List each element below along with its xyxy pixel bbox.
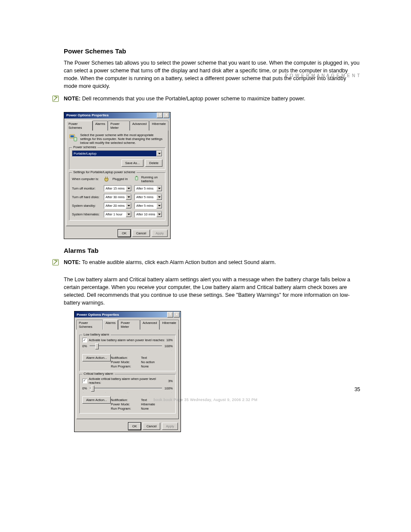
tabstrip: Power Schemes Alarms Power Meter Advance… xyxy=(64,118,170,130)
col-plugged-in: Plugged in xyxy=(104,176,132,183)
k-run: Run Program: xyxy=(111,364,137,368)
tab-power-schemes[interactable]: Power Schemes xyxy=(76,320,103,330)
titlebar[interactable]: Power Options Properties ? × xyxy=(75,311,181,317)
tab-power-meter[interactable]: Power Meter xyxy=(108,121,130,131)
chevron-down-icon[interactable] xyxy=(126,212,131,217)
chevron-down-icon[interactable] xyxy=(126,186,131,191)
help-button[interactable]: ? xyxy=(167,312,173,317)
note-alarms: NOTE: To enable audible alarms, click ea… xyxy=(52,258,360,268)
running-header: P O W E R M A N A G E M E N T xyxy=(285,73,360,78)
value: After 10 mins xyxy=(135,212,156,216)
low-alarm-checkbox[interactable] xyxy=(82,338,87,342)
crit-alarm-percent: 3% xyxy=(168,379,173,383)
group-low-battery: Low battery alarm Activate low battery a… xyxy=(79,335,176,371)
close-button[interactable]: × xyxy=(174,312,180,317)
battery-icon xyxy=(134,176,139,183)
chevron-down-icon[interactable] xyxy=(156,203,162,208)
svg-rect-2 xyxy=(70,135,74,137)
note-icon xyxy=(52,258,59,268)
note-icon xyxy=(52,95,59,104)
page-number: 35 xyxy=(0,386,411,392)
window-title: Power Options Properties xyxy=(75,313,167,317)
delete-button[interactable]: Delete xyxy=(145,159,162,167)
scheme-info-text: Select the power scheme with the most ap… xyxy=(80,133,165,145)
crit-alarm-checkbox[interactable] xyxy=(82,379,87,383)
tabpanel-power-schemes: Select the power scheme with the most ap… xyxy=(66,130,168,226)
help-button[interactable]: ? xyxy=(157,112,163,118)
save-as-button[interactable]: Save As... xyxy=(121,159,144,167)
scheme-select[interactable]: Portable/Laptop xyxy=(72,150,162,157)
crit-alarm-label: Activate critical battery alarm when pow… xyxy=(89,377,168,385)
col-battery-label: Running on batteries xyxy=(141,175,163,183)
standby-plugged-select[interactable]: After 20 mins xyxy=(104,202,132,209)
window-title: Power Options Properties xyxy=(65,113,157,117)
value: After 20 mins xyxy=(104,204,126,208)
monitor-battery-select[interactable]: After 5 mins xyxy=(134,185,162,192)
chevron-down-icon[interactable] xyxy=(156,186,162,191)
cancel-button[interactable]: Cancel xyxy=(143,423,160,430)
tab-alarms[interactable]: Alarms xyxy=(93,121,108,131)
col-plugged-label: Plugged in xyxy=(112,177,128,181)
tab-hibernate[interactable]: Hibernate xyxy=(159,320,179,330)
note-body: Dell recommends that you use the Portabl… xyxy=(82,96,305,102)
tab-power-meter[interactable]: Power Meter xyxy=(118,320,140,330)
close-button[interactable]: × xyxy=(163,112,169,118)
svg-rect-3 xyxy=(74,137,77,141)
value: After 15 mins xyxy=(104,187,126,190)
chevron-down-icon[interactable] xyxy=(156,212,162,217)
svg-rect-5 xyxy=(136,176,137,176)
note-power-schemes: NOTE: Dell recommends that you use the P… xyxy=(52,95,360,104)
chevron-down-icon[interactable] xyxy=(156,194,162,200)
heading-alarms-tab: Alarms Tab xyxy=(64,247,360,254)
label-monitor: Turn off monitor: xyxy=(72,187,101,190)
standby-battery-select[interactable]: After 5 mins xyxy=(134,202,162,209)
chevron-down-icon[interactable] xyxy=(126,203,131,208)
group-legend-settings: Settings for Portable/Laptop power schem… xyxy=(72,170,137,174)
low-alarm-percent: 10% xyxy=(166,338,173,342)
group-scheme-settings: Settings for Portable/Laptop power schem… xyxy=(69,172,165,221)
v-power: No action xyxy=(141,360,173,364)
hdd-battery-select[interactable]: After 5 mins xyxy=(134,194,162,200)
k-power: Power Mode: xyxy=(111,402,137,406)
cancel-button[interactable]: Cancel xyxy=(132,230,150,237)
plug-icon xyxy=(104,176,111,183)
hdd-plugged-select[interactable]: After 30 mins xyxy=(104,194,132,200)
ok-button[interactable]: OK xyxy=(128,423,141,430)
label-hdd: Turn off hard disks: xyxy=(72,195,101,199)
tab-advanced[interactable]: Advanced xyxy=(130,121,149,131)
book-footer: book.book Page 35 Wednesday, August 9, 2… xyxy=(0,398,411,402)
value: After 1 hour xyxy=(104,212,126,216)
label-hibernate: System hibernates: xyxy=(72,212,101,216)
svg-rect-4 xyxy=(135,177,138,180)
low-alarm-slider[interactable] xyxy=(90,345,162,347)
monitor-plugged-select[interactable]: After 15 mins xyxy=(104,185,132,192)
paragraph-alarms: The Low battery alarm and Critical batte… xyxy=(64,276,360,307)
hibernate-plugged-select[interactable]: After 1 hour xyxy=(104,211,132,218)
dialog-power-options-schemes: Power Options Properties ? × Power Schem… xyxy=(64,112,171,239)
tab-advanced[interactable]: Advanced xyxy=(140,320,159,330)
slider-min: 0% xyxy=(82,344,87,348)
group-legend-crit: Critical battery alarm xyxy=(82,372,115,376)
low-alarm-label: Activate low battery alarm when power le… xyxy=(89,338,166,342)
chevron-down-icon[interactable] xyxy=(156,151,162,156)
tab-hibernate[interactable]: Hibernate xyxy=(149,121,168,131)
v-power: Hibernate xyxy=(141,402,173,406)
note-body: To enable audible alarms, click each Ala… xyxy=(82,259,276,265)
low-alarm-action-button[interactable]: Alarm Action... xyxy=(82,354,111,361)
v-notify: Text xyxy=(141,356,173,360)
monitor-battery-icon xyxy=(69,133,78,143)
tabstrip: Power Schemes Alarms Power Meter Advance… xyxy=(75,317,181,329)
tab-power-schemes[interactable]: Power Schemes xyxy=(66,121,93,131)
tab-alarms[interactable]: Alarms xyxy=(103,320,118,330)
label-standby: System standby: xyxy=(72,204,101,208)
apply-button[interactable]: Apply xyxy=(162,423,178,430)
v-run: None xyxy=(141,364,173,368)
v-run: None xyxy=(141,407,173,411)
titlebar[interactable]: Power Options Properties ? × xyxy=(64,112,170,118)
ok-button[interactable]: OK xyxy=(118,230,131,237)
k-notify: Notification: xyxy=(111,356,137,360)
apply-button[interactable]: Apply xyxy=(152,230,168,237)
hibernate-battery-select[interactable]: After 10 mins xyxy=(134,211,162,218)
chevron-down-icon[interactable] xyxy=(126,194,131,200)
row-header-label: When computer is: xyxy=(72,177,101,181)
